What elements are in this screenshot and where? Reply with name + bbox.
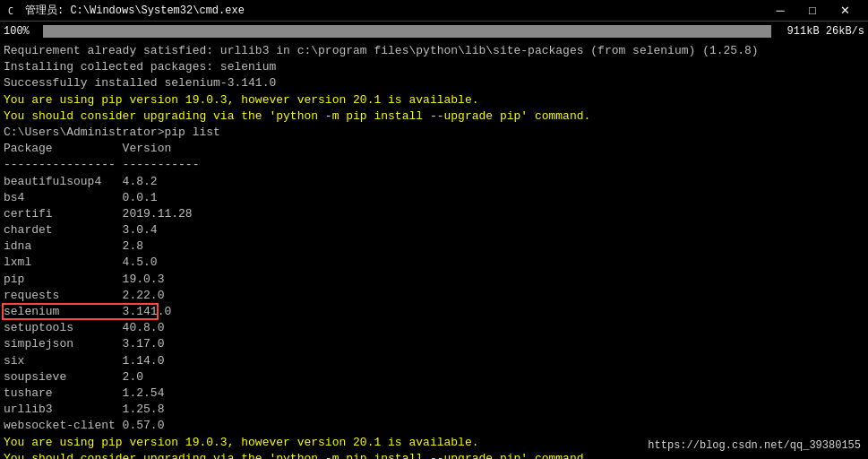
close-button[interactable]: ✕	[829, 0, 861, 22]
line-text: pip 19.0.3	[4, 273, 164, 286]
terminal-line: You are using pip version 19.0.3, howeve…	[4, 92, 864, 108]
line-text: Requirement already satisfied: urllib3 i…	[4, 44, 759, 57]
terminal: Requirement already satisfied: urllib3 i…	[0, 41, 868, 459]
line-text: urllib3 1.25.8	[4, 403, 164, 416]
line-text: Successfully installed selenium-3.141.0	[4, 76, 276, 90]
terminal-line: websocket-client 0.57.0	[4, 418, 864, 434]
line-text: lxml 4.5.0	[4, 255, 158, 269]
line-text: soupsieve 2.0	[4, 370, 143, 384]
cmd-icon: C	[7, 4, 20, 17]
line-text: six 1.14.0	[4, 354, 164, 368]
terminal-line: Package Version	[4, 141, 864, 157]
progress-bar-row: 100% 911kB 26kB/s	[0, 22, 868, 41]
line-text: Package Version	[4, 142, 171, 155]
terminal-line: requests 2.22.0	[4, 288, 864, 304]
terminal-line: Successfully installed selenium-3.141.0	[4, 75, 864, 91]
terminal-line: certifi 2019.11.28	[4, 206, 864, 222]
terminal-line: pip 19.0.3	[4, 272, 864, 288]
line-text: idna 2.8	[4, 239, 143, 253]
line-text: simplejson 3.17.0	[4, 337, 164, 351]
terminal-line: C:\Users\Administrator>pip list	[4, 125, 864, 141]
terminal-line: six 1.14.0	[4, 353, 864, 369]
line-text: beautifulsoup4 4.8.2	[4, 175, 158, 188]
minimize-button[interactable]: ─	[764, 0, 796, 22]
terminal-line: ---------------- -----------	[4, 157, 864, 173]
line-text: C:\Users\Administrator>pip list	[4, 126, 220, 139]
maximize-button[interactable]: □	[796, 0, 829, 22]
line-text: You are using pip version 19.0.3, howeve…	[4, 93, 479, 107]
terminal-line: beautifulsoup4 4.8.2	[4, 174, 864, 190]
line-text: websocket-client 0.57.0	[4, 419, 164, 432]
watermark: https://blog.csdn.net/qq_39380155	[648, 438, 861, 454]
terminal-line: idna 2.8	[4, 238, 864, 255]
line-text: ---------------- -----------	[4, 158, 199, 171]
svg-text:C: C	[8, 6, 13, 16]
title-bar-controls: ─ □ ✕	[764, 0, 861, 22]
terminal-line: chardet 3.0.4	[4, 222, 864, 238]
progress-speed: 911kB 26kB/s	[775, 25, 864, 38]
title-bar-left: C 管理员: C:\Windows\System32\cmd.exe	[7, 3, 245, 18]
line-text: setuptools 40.8.0	[4, 321, 164, 334]
terminal-line: urllib3 1.25.8	[4, 402, 864, 418]
terminal-line: simplejson 3.17.0	[4, 336, 864, 352]
line-text: You are using pip version 19.0.3, howeve…	[4, 436, 479, 449]
terminal-line: soupsieve 2.0	[4, 369, 864, 385]
line-text: chardet 3.0.4	[4, 223, 158, 237]
line-text: bs4 0.0.1	[4, 191, 158, 204]
progress-bar-outer	[43, 25, 771, 38]
line-text: You should consider upgrading via the 'p…	[4, 109, 590, 123]
line-text: Installing collected packages: selenium	[4, 60, 276, 74]
terminal-line: tushare 1.2.54	[4, 385, 864, 402]
terminal-line: Requirement already satisfied: urllib3 i…	[4, 43, 864, 59]
terminal-line: lxml 4.5.0	[4, 255, 864, 271]
terminal-line: You should consider upgrading via the 'p…	[4, 108, 864, 125]
terminal-line: selenium 3.141.0	[4, 304, 864, 320]
terminal-line: Installing collected packages: selenium	[4, 59, 864, 75]
title-bar-text: 管理员: C:\Windows\System32\cmd.exe	[25, 3, 245, 18]
line-text: selenium 3.141.0	[4, 305, 171, 318]
progress-label: 100%	[4, 25, 39, 38]
line-text: tushare 1.2.54	[4, 386, 164, 400]
line-text: requests 2.22.0	[4, 289, 164, 302]
terminal-line: bs4 0.0.1	[4, 190, 864, 206]
progress-bar-inner	[43, 25, 771, 38]
title-bar: C 管理员: C:\Windows\System32\cmd.exe ─ □ ✕	[0, 0, 868, 22]
line-text: certifi 2019.11.28	[4, 207, 193, 221]
terminal-line: setuptools 40.8.0	[4, 320, 864, 336]
line-text: You should consider upgrading via the 'p…	[4, 452, 590, 459]
